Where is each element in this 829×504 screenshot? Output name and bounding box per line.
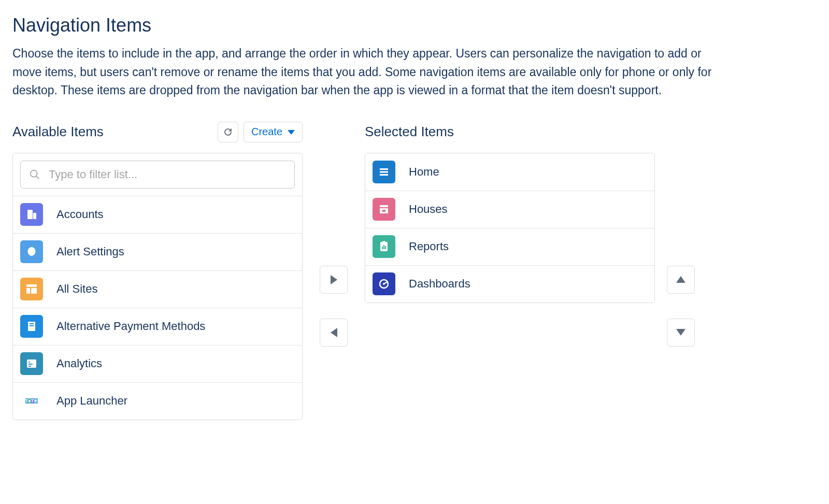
svg-rect-15 [382,247,383,249]
create-button[interactable]: Create [244,122,303,142]
alt-payment-icon [20,315,43,338]
move-buttons [303,121,365,347]
reports-icon [373,235,395,258]
triangle-left-icon [331,328,337,337]
duallist: Available Items Create [12,121,713,420]
available-item[interactable]: Alert Settings [13,233,302,270]
refresh-button[interactable] [218,122,238,142]
page-description: Choose the items to include in the app, … [12,45,713,100]
svg-rect-3 [26,288,30,294]
list-item-label: Alert Settings [56,245,124,258]
available-item[interactable]: All Sites [13,270,302,308]
selected-item[interactable]: Dashboards [365,265,654,303]
navigation-items-page: Navigation Items Choose the items to inc… [0,0,725,420]
analytics-icon [20,352,43,375]
svg-point-19 [383,283,385,285]
refresh-icon [223,127,233,137]
all-sites-icon [20,278,43,300]
move-down-button[interactable] [667,319,695,347]
selected-item[interactable]: Home [365,153,654,191]
svg-rect-10 [380,171,388,172]
list-item-label: Home [409,165,439,179]
home-icon [373,161,395,183]
reorder-buttons [655,121,707,347]
search-icon [29,169,40,180]
dashboards-icon [373,272,395,295]
svg-rect-14 [382,241,385,243]
create-button-label: Create [251,126,282,138]
list-item-label: Accounts [56,208,104,221]
page-title: Navigation Items [12,15,713,36]
list-item-label: All Sites [56,282,97,296]
list-item-label: Houses [409,203,448,216]
triangle-up-icon [676,276,685,283]
svg-rect-2 [26,284,37,287]
search-field[interactable] [20,161,295,189]
available-header: Available Items Create [12,121,303,143]
app-launcher-icon: T●T✦ [20,390,43,412]
svg-rect-11 [380,174,388,176]
available-heading: Available Items [12,124,104,140]
svg-rect-6 [28,362,30,363]
svg-rect-17 [385,246,386,249]
selected-heading: Selected Items [365,124,454,140]
available-item[interactable]: Alternative Payment Methods [13,308,302,345]
selected-item[interactable]: Houses [365,191,654,228]
svg-rect-0 [27,210,33,219]
chevron-down-icon [288,130,295,135]
selected-header: Selected Items [365,121,655,143]
available-panel: Accounts Alert Settings All Sites [12,153,303,420]
list-item-label: Dashboards [409,277,470,291]
svg-rect-8 [28,366,31,367]
svg-rect-7 [28,364,33,365]
alert-settings-icon [20,240,43,263]
move-left-button[interactable] [320,319,348,347]
list-item-label: Analytics [56,357,102,370]
list-item-label: Alternative Payment Methods [56,320,205,333]
list-item-label: App Launcher [56,394,127,408]
list-item-label: Reports [409,240,449,253]
available-item[interactable]: Analytics [13,345,302,382]
accounts-icon [20,203,43,226]
triangle-down-icon [676,329,685,336]
available-actions: Create [218,122,303,142]
selected-column: Selected Items Home Houses [365,121,655,303]
svg-rect-1 [33,213,36,219]
selected-item[interactable]: Reports [365,228,654,265]
svg-rect-12 [382,210,385,212]
move-up-button[interactable] [667,266,695,294]
available-item[interactable]: Accounts [13,196,302,233]
svg-rect-4 [31,288,37,294]
available-item[interactable]: T●T✦ App Launcher [13,382,302,420]
houses-icon [373,198,395,221]
available-column: Available Items Create [12,121,303,420]
search-wrap [13,153,302,196]
triangle-right-icon [331,275,337,284]
selected-panel: Home Houses Reports [365,153,655,303]
move-right-button[interactable] [320,266,348,294]
svg-rect-16 [383,245,384,249]
search-input[interactable] [48,167,286,182]
svg-rect-9 [380,168,388,170]
